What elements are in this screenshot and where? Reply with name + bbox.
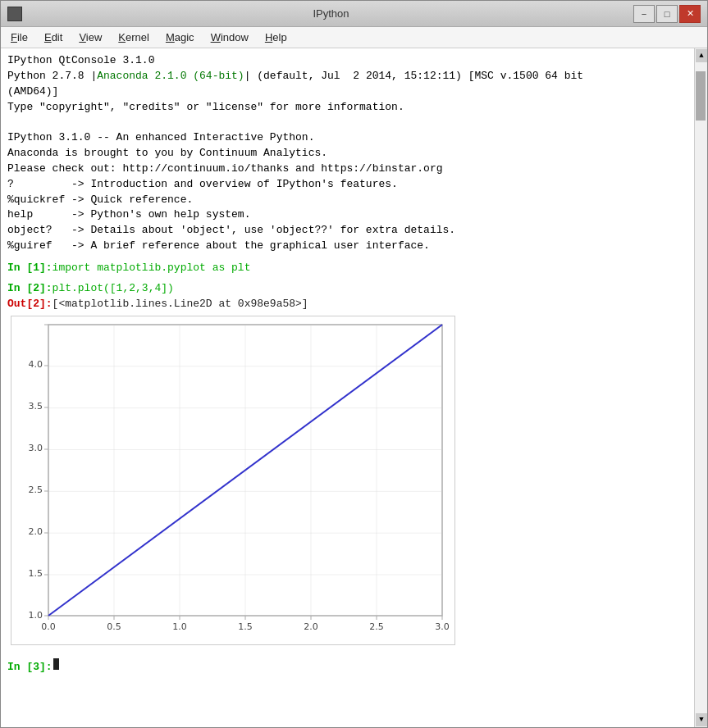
startup-line-11: object? -> Details about 'object', use '… — [7, 223, 687, 239]
startup-text: IPython QtConsole 3.1.0 Python 2.7.8 |An… — [7, 53, 687, 254]
window-title: IPython — [29, 7, 633, 20]
svg-text:2.0: 2.0 — [304, 621, 318, 632]
menu-help[interactable]: Help — [258, 29, 294, 46]
menu-kernel[interactable]: Kernel — [112, 29, 156, 46]
svg-text:1.5: 1.5 — [238, 621, 253, 632]
svg-text:1.0: 1.0 — [29, 610, 43, 621]
startup-line-10: help -> Python's own help system. — [7, 207, 687, 223]
svg-text:0.5: 0.5 — [107, 621, 121, 632]
window-controls: − □ ✕ — [633, 5, 701, 23]
output-2-line: Out[2]: [<matplotlib.lines.Line2D at 0x9… — [7, 297, 687, 312]
menu-magic[interactable]: Magic — [159, 29, 201, 46]
startup-line-9: %quickref -> Quick reference. — [7, 193, 687, 208]
menu-edit[interactable]: Edit — [38, 29, 69, 46]
scroll-down-button[interactable]: ▼ — [696, 713, 707, 726]
app-icon — [7, 7, 22, 21]
spacer-1 — [7, 254, 687, 261]
input-2-line: In [2]: plt.plot([1,2,3,4]) — [7, 281, 687, 297]
svg-text:4.0: 4.0 — [29, 359, 43, 370]
menu-bar: File Edit View Kernel Magic Window Help — [1, 27, 707, 48]
in1-label: In [1]: — [7, 261, 53, 276]
svg-text:2.0: 2.0 — [29, 526, 43, 537]
plot-container: 1.0 1.5 2.0 2.5 3.0 3.5 4.0 0.0 0.5 1.0 … — [11, 316, 455, 645]
input-3-line[interactable]: In [3]: — [7, 658, 687, 676]
in2-label: In [2]: — [7, 281, 53, 297]
startup-line-12: %guiref -> A brief reference about the g… — [7, 239, 687, 254]
svg-text:3.0: 3.0 — [435, 621, 450, 632]
title-bar: IPython − □ ✕ — [1, 1, 707, 27]
console-area[interactable]: IPython QtConsole 3.1.0 Python 2.7.8 |An… — [1, 48, 694, 727]
matplotlib-plot: 1.0 1.5 2.0 2.5 3.0 3.5 4.0 0.0 0.5 1.0 … — [11, 316, 454, 644]
input-1-line: In [1]: import matplotlib.pyplot as plt — [7, 261, 687, 276]
svg-text:0.0: 0.0 — [41, 621, 56, 632]
startup-line-8: ? -> Introduction and overview of IPytho… — [7, 177, 687, 193]
startup-line-5: IPython 3.1.0 -- An enhanced Interactive… — [7, 130, 687, 146]
scroll-track[interactable] — [695, 63, 707, 712]
scroll-thumb[interactable] — [696, 71, 706, 121]
out2-label: Out[2]: — [7, 297, 53, 312]
svg-text:1.5: 1.5 — [29, 568, 43, 579]
in1-code: import matplotlib.pyplot as plt — [53, 261, 251, 276]
out2-text: [<matplotlib.lines.Line2D at 0x98e9a58>] — [53, 297, 308, 312]
in3-label: In [3]: — [7, 660, 53, 676]
startup-line-1: Python 2.7.8 |Anaconda 2.1.0 (64-bit)| (… — [7, 69, 687, 84]
startup-line-6: Anaconda is brought to you by Continuum … — [7, 146, 687, 162]
menu-view[interactable]: View — [72, 29, 108, 46]
svg-text:1.0: 1.0 — [172, 621, 187, 632]
svg-text:3.0: 3.0 — [29, 443, 43, 453]
minimize-button[interactable]: − — [633, 5, 655, 23]
menu-window[interactable]: Window — [204, 29, 255, 46]
svg-text:2.5: 2.5 — [369, 621, 384, 632]
main-window: IPython − □ ✕ File Edit View Kernel Magi… — [0, 0, 708, 728]
maximize-button[interactable]: □ — [656, 5, 678, 23]
startup-line-7: Please check out: http://continuum.io/th… — [7, 162, 687, 177]
close-button[interactable]: ✕ — [679, 5, 701, 23]
startup-line-2: (AMD64)] — [7, 84, 687, 100]
startup-line-0: IPython QtConsole 3.1.0 — [7, 53, 687, 69]
scroll-up-button[interactable]: ▲ — [696, 49, 707, 62]
menu-file[interactable]: File — [4, 29, 34, 46]
spacer-bottom — [7, 676, 687, 692]
startup-line-3: Type "copyright", "credits" or "license"… — [7, 100, 687, 116]
cursor — [53, 658, 59, 670]
svg-text:2.5: 2.5 — [29, 485, 43, 495]
in2-code: plt.plot([1,2,3,4]) — [53, 281, 174, 297]
startup-line-4 — [7, 115, 687, 130]
scrollbar[interactable]: ▲ ▼ — [694, 48, 707, 727]
svg-text:3.5: 3.5 — [29, 401, 43, 412]
